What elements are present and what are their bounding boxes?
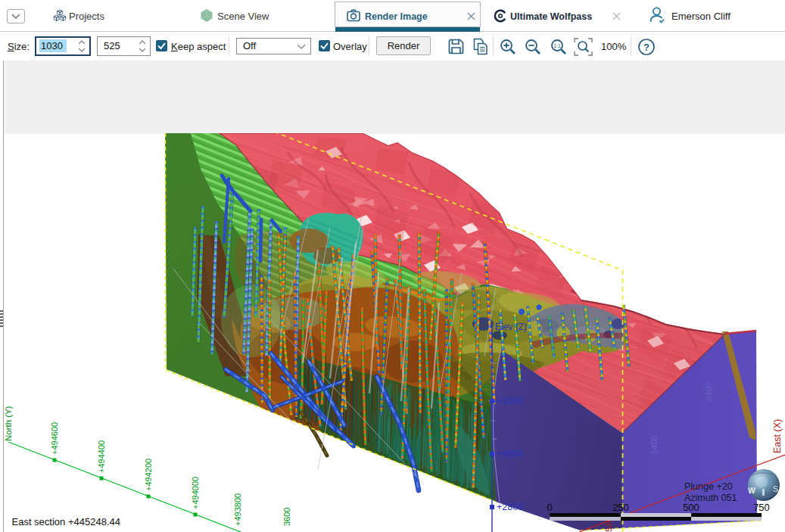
svg-text:5400: 5400 — [649, 436, 659, 454]
svg-text:+494000: +494000 — [191, 477, 200, 509]
svg-text:500: 500 — [683, 502, 699, 513]
svg-text:3600: 3600 — [282, 508, 291, 526]
svg-text:+494200: +494200 — [144, 459, 153, 491]
svg-text:East (X): East (X) — [772, 419, 783, 453]
svg-text:?: ? — [643, 42, 649, 53]
svg-text:0: 0 — [547, 502, 552, 513]
svg-text:4400: 4400 — [704, 383, 713, 401]
svg-text:Elev (Z): Elev (Z) — [495, 322, 527, 332]
svg-text:Azimuth 051: Azimuth 051 — [684, 493, 737, 503]
svg-text:+494600: +494600 — [50, 422, 59, 455]
svg-text:North (Y): North (Y) — [4, 406, 13, 441]
svg-text:250: 250 — [612, 502, 629, 513]
svg-text:+494400: +494400 — [97, 440, 106, 473]
svg-text:+3200: +3200 — [497, 396, 523, 406]
svg-text:1:1: 1:1 — [553, 43, 561, 48]
svg-text:+2800: +2800 — [497, 502, 523, 512]
svg-text:S: S — [773, 484, 778, 493]
svg-text:East section +445248.44: East section +445248.44 — [12, 516, 120, 527]
svg-text:+3000: +3000 — [497, 449, 523, 459]
svg-text:750: 750 — [753, 502, 770, 513]
svg-text:+493800: +493800 — [233, 493, 242, 526]
svg-text:Plunge +20: Plunge +20 — [684, 481, 733, 492]
